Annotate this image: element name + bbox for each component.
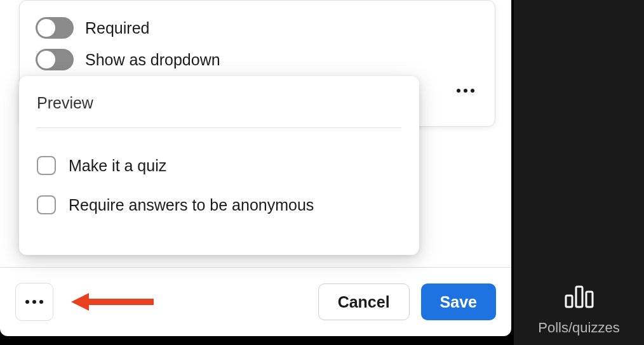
dark-side-panel: Polls/quizzes: [514, 0, 644, 345]
svg-rect-0: [566, 296, 572, 307]
required-toggle[interactable]: [36, 17, 74, 39]
svg-rect-1: [576, 287, 582, 307]
main-dialog: Required Show as dropdown: [0, 0, 511, 336]
arrow-left-icon: [71, 289, 154, 315]
more-horizontal-icon: [457, 89, 474, 93]
card-more-button[interactable]: [454, 82, 477, 100]
svg-rect-2: [586, 292, 593, 307]
polls-quizzes-label: Polls/quizzes: [538, 320, 619, 336]
dialog-footer: Cancel Save: [0, 268, 511, 336]
make-quiz-label: Make it a quiz: [69, 157, 166, 175]
make-quiz-checkbox[interactable]: [37, 156, 56, 175]
popup-divider: [37, 127, 401, 128]
required-toggle-row[interactable]: Required: [36, 12, 220, 44]
svg-marker-4: [71, 293, 89, 311]
save-button[interactable]: Save: [421, 283, 496, 320]
cancel-button[interactable]: Cancel: [318, 283, 410, 320]
polls-quizzes-tab[interactable]: Polls/quizzes: [514, 275, 644, 345]
anonymous-option[interactable]: Require answers to be anonymous: [37, 185, 401, 225]
footer-more-button[interactable]: [15, 283, 53, 321]
dropdown-toggle[interactable]: [36, 49, 74, 70]
more-horizontal-icon: [25, 300, 43, 304]
required-toggle-label: Required: [85, 19, 149, 37]
popup-title: Preview: [37, 94, 401, 112]
dropdown-toggle-label: Show as dropdown: [85, 51, 220, 69]
anonymous-label: Require answers to be anonymous: [69, 196, 314, 214]
dropdown-toggle-row[interactable]: Show as dropdown: [36, 44, 220, 75]
make-quiz-option[interactable]: Make it a quiz: [37, 146, 401, 185]
bar-chart-icon: [563, 284, 596, 312]
anonymous-checkbox[interactable]: [37, 195, 56, 214]
arrow-annotation: [71, 289, 154, 315]
more-options-popup: Preview Make it a quiz Require answers t…: [19, 76, 419, 255]
